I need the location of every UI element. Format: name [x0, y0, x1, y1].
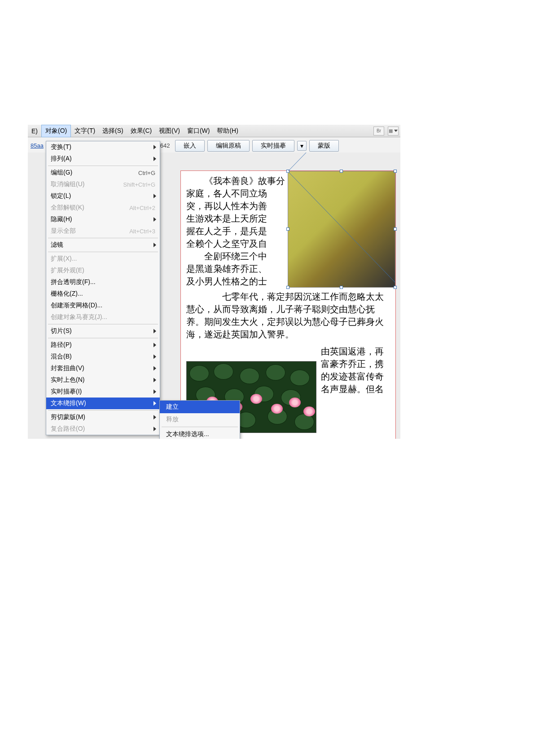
menu-item-label: 剪切蒙版(M) — [51, 413, 155, 421]
menu-item[interactable]: 封套扭曲(V) — [46, 363, 160, 374]
menu-item-label: 拼合透明度(F)... — [51, 278, 155, 286]
text-line: 家庭，各人不同立场 — [186, 187, 288, 200]
menu-item-label: 隐藏(H) — [51, 215, 155, 223]
menu-view[interactable]: 视图(V) — [155, 125, 184, 137]
menu-item-label: 创建对象马赛克(J)... — [51, 313, 155, 321]
menu-item: 取消编组(U)Shift+Ctrl+G — [46, 179, 160, 190]
menu-help[interactable]: 帮助(H) — [213, 125, 241, 137]
submenu-item: 释放 — [160, 413, 240, 426]
menu-item-label: 变换(T) — [51, 143, 155, 151]
menu-item-shortcut: Ctrl+G — [138, 170, 155, 176]
menu-item[interactable]: 实时上色(N) — [46, 374, 160, 386]
text-line: 是黑道枭雄齐乔正、 — [186, 262, 288, 275]
selection-handle-icon[interactable] — [286, 286, 289, 289]
menu-truncated-prev[interactable]: E) — [28, 126, 41, 136]
main-menubar: E) 对象(O) 文字(T) 选择(S) 效果(C) 视图(V) 窗口(W) 帮… — [28, 125, 400, 137]
menu-item-label: 锁定(L) — [51, 192, 155, 200]
menu-item-label: 创建渐变网格(D)... — [51, 302, 155, 310]
menu-item[interactable]: 切片(S) — [46, 325, 160, 337]
live-trace-button[interactable]: 实时描摹 — [252, 140, 294, 152]
menu-item-label: 实时上色(N) — [51, 376, 155, 384]
selection-handle-icon[interactable] — [394, 286, 397, 289]
selection-handle-icon[interactable] — [286, 170, 289, 173]
menu-item-label: 栅格化(Z)... — [51, 290, 155, 298]
menu-item[interactable]: 拼合透明度(F)... — [46, 276, 160, 288]
menu-item[interactable]: 栅格化(Z)... — [46, 288, 160, 300]
embed-button[interactable]: 嵌入 — [175, 140, 205, 152]
menu-item[interactable]: 变换(T) — [46, 141, 160, 153]
menu-item: 扩展(X)... — [46, 253, 160, 265]
menu-item-shortcut: Alt+Ctrl+3 — [129, 228, 155, 235]
live-trace-dropdown-button[interactable]: ▾ — [297, 141, 307, 151]
menu-window[interactable]: 窗口(W) — [184, 125, 214, 137]
menu-item-label: 扩展外观(E) — [51, 267, 155, 275]
bridge-icon[interactable]: Br — [373, 127, 384, 135]
menu-item-label: 封套扭曲(V) — [51, 364, 155, 372]
menu-select[interactable]: 选择(S) — [99, 125, 127, 137]
menu-item: 显示全部Alt+Ctrl+3 — [46, 225, 160, 237]
selection-handle-icon[interactable] — [286, 227, 289, 231]
text-line: 《我本善良》故事分 — [186, 175, 288, 187]
linked-file-name[interactable]: 85aa — [31, 142, 44, 149]
menu-item[interactable]: 排列(A) — [46, 153, 160, 165]
menu-item-label: 显示全部 — [51, 227, 129, 235]
menu-object[interactable]: 对象(O) — [41, 125, 71, 137]
menu-item[interactable]: 实时描摹(I) — [46, 386, 160, 398]
menu-item-shortcut: Alt+Ctrl+2 — [129, 205, 155, 211]
menu-item-label: 滤镜 — [51, 241, 155, 249]
menu-item[interactable]: 文本绕排(W) — [46, 398, 160, 409]
menu-item[interactable]: 剪切蒙版(M) — [46, 411, 160, 423]
menu-item: 创建对象马赛克(J)... — [46, 311, 160, 323]
text-line: 生游戏本是上天所定 — [186, 212, 288, 225]
app-window: E) 对象(O) 文字(T) 选择(S) 效果(C) 视图(V) 窗口(W) 帮… — [28, 125, 400, 439]
text-line: 全赖个人之坚守及自 — [186, 237, 288, 250]
menu-item[interactable]: 滤镜 — [46, 239, 160, 251]
menu-effect[interactable]: 效果(C) — [127, 125, 155, 137]
selection-handle-icon[interactable] — [394, 170, 397, 173]
menu-item-label: 扩展(X)... — [51, 255, 155, 263]
object-menu-dropdown: 变换(T)排列(A)编组(G)Ctrl+G取消编组(U)Shift+Ctrl+G… — [46, 141, 160, 435]
menu-item: 扩展外观(E) — [46, 265, 160, 276]
menu-item[interactable]: 隐藏(H) — [46, 214, 160, 225]
menu-item: 全部解锁(K)Alt+Ctrl+2 — [46, 202, 160, 214]
text-line: 突，再以人性本为善 — [186, 200, 288, 212]
selection-handle-icon[interactable] — [340, 286, 343, 289]
menu-item-label: 混合(B) — [51, 353, 155, 361]
menu-item[interactable]: 锁定(L) — [46, 190, 160, 202]
text-line: 全剧环绕三个中 — [186, 250, 288, 262]
menu-item-label: 全部解锁(K) — [51, 204, 129, 212]
text-line: 及小男人性格之的士 — [186, 275, 288, 288]
menu-item-label: 排列(A) — [51, 155, 155, 163]
menu-item[interactable]: 混合(B) — [46, 351, 160, 363]
menu-item[interactable]: 编组(G)Ctrl+G — [46, 167, 160, 179]
text-line: 名声显赫。但名 — [321, 383, 390, 395]
menu-item-label: 取消编组(U) — [51, 180, 123, 188]
menu-item-label: 文本绕排(W) — [51, 399, 155, 407]
text-wrap-submenu: 建立释放文本绕排选项... — [159, 400, 240, 439]
selection-handle-icon[interactable] — [340, 170, 343, 173]
menu-item-label: 编组(G) — [51, 169, 138, 177]
menu-item-label: 切片(S) — [51, 327, 155, 335]
menu-item-label: 实时描摹(I) — [51, 388, 155, 396]
mask-button[interactable]: 蒙版 — [309, 140, 339, 152]
artboard: 《我本善良》故事分 家庭，各人不同立场 突，再以人性本为善 生游戏本是上天所定 … — [180, 170, 396, 439]
submenu-item[interactable]: 建立 — [160, 401, 240, 413]
menu-item[interactable]: 创建渐变网格(D)... — [46, 300, 160, 311]
menu-item-label: 复合路径(O) — [51, 425, 155, 433]
submenu-item[interactable]: 文本绕排选项... — [160, 428, 240, 439]
selection-handle-icon[interactable] — [394, 227, 397, 231]
menu-item-shortcut: Shift+Ctrl+G — [123, 181, 155, 188]
menu-item: 复合路径(O) — [46, 423, 160, 435]
text-line: 握在人之手，是兵是 — [186, 225, 288, 237]
placed-image-portrait[interactable] — [288, 171, 395, 288]
menu-item-label: 路径(P) — [51, 341, 155, 349]
edit-original-button[interactable]: 编辑原稿 — [207, 140, 250, 152]
menu-item[interactable]: 路径(P) — [46, 339, 160, 351]
menu-type[interactable]: 文字(T) — [71, 125, 99, 137]
workspace-switcher-icon[interactable]: ▦ — [388, 127, 399, 135]
